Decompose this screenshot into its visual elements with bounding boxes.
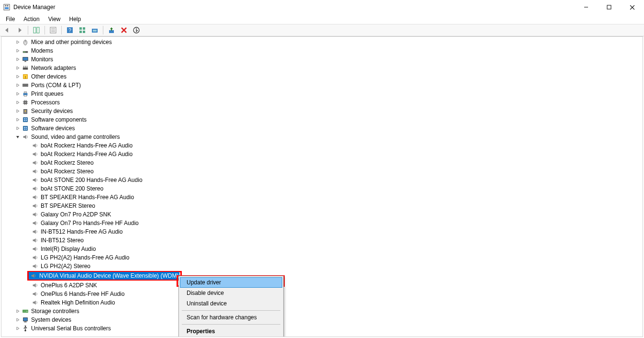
- device-row[interactable]: boAt Rockerz Stereo: [1, 158, 643, 167]
- chevron-right-icon[interactable]: [15, 48, 21, 54]
- category-row[interactable]: Software devices: [1, 124, 643, 133]
- close-button[interactable]: [625, 2, 639, 12]
- help-button[interactable]: ?: [65, 25, 75, 35]
- svg-rect-59: [24, 120, 25, 121]
- context-menu-item[interactable]: Disable device: [180, 288, 282, 298]
- category-row[interactable]: Software components: [1, 115, 643, 124]
- menu-view[interactable]: View: [44, 15, 65, 23]
- grid-view-button[interactable]: [77, 25, 88, 35]
- device-row-selected[interactable]: NVIDIA Virtual Audio Device (Wave Extens…: [1, 270, 643, 281]
- uninstall-button[interactable]: [119, 25, 129, 35]
- disable-button[interactable]: [131, 25, 142, 35]
- device-label: boAt Rockerz Hands-Free AG Audio: [41, 142, 133, 149]
- svg-rect-65: [26, 129, 27, 130]
- category-row[interactable]: Monitors: [1, 55, 643, 64]
- device-row[interactable]: BT SPEAKER Hands-Free AG Audio: [1, 193, 643, 202]
- chevron-down-icon[interactable]: [15, 134, 21, 140]
- category-label: Network adapters: [31, 65, 76, 71]
- device-label: boAt Rockerz Stereo: [41, 168, 94, 175]
- minimize-button[interactable]: [579, 2, 593, 12]
- device-row[interactable]: IN-BT512 Stereo: [1, 236, 643, 245]
- category-row[interactable]: Print queues: [1, 90, 643, 98]
- category-row[interactable]: Ports (COM & LPT): [1, 81, 643, 90]
- category-label: Processors: [31, 99, 60, 106]
- back-button[interactable]: [2, 25, 12, 35]
- category-row[interactable]: Security devices: [1, 107, 643, 115]
- device-row[interactable]: OnePlus 6 Hands-Free HF Audio: [1, 290, 643, 298]
- device-row[interactable]: Realtek High Definition Audio: [1, 298, 643, 307]
- device-row[interactable]: Galaxy On7 Pro A2DP SNK: [1, 210, 643, 219]
- svg-rect-43: [24, 95, 26, 97]
- context-menu-item[interactable]: Update driver: [180, 277, 282, 288]
- device-row[interactable]: OnePlus 6 A2DP SNK: [1, 281, 643, 290]
- device-row[interactable]: boAt Rockerz Hands-Free AG Audio: [1, 141, 643, 150]
- category-row[interactable]: Network adapters: [1, 64, 643, 72]
- svg-rect-68: [23, 318, 28, 321]
- svg-rect-28: [24, 52, 25, 53]
- chevron-right-icon[interactable]: [15, 125, 21, 131]
- usb-icon: [22, 325, 29, 332]
- scan-hardware-button[interactable]: [89, 25, 100, 35]
- category-label: System devices: [31, 316, 71, 323]
- show-hide-console-button[interactable]: [31, 25, 42, 35]
- menu-action[interactable]: Action: [20, 15, 43, 23]
- chevron-right-icon[interactable]: [15, 74, 21, 79]
- chevron-right-icon[interactable]: [15, 317, 21, 323]
- audio-icon: [30, 272, 37, 280]
- chevron-right-icon[interactable]: [15, 100, 21, 105]
- category-row[interactable]: Universal Serial Bus controllers: [1, 324, 643, 333]
- context-menu-item[interactable]: Properties: [180, 326, 282, 337]
- context-menu-item[interactable]: Uninstall device: [180, 298, 282, 309]
- category-row[interactable]: Modems: [1, 46, 643, 55]
- svg-rect-9: [37, 27, 39, 33]
- device-row[interactable]: boAt STONE 200 Stereo: [1, 184, 643, 193]
- chevron-right-icon[interactable]: [15, 326, 21, 331]
- category-label: Print queues: [31, 90, 63, 97]
- update-driver-button[interactable]: [106, 25, 117, 35]
- device-row[interactable]: BT SPEAKER Stereo: [1, 202, 643, 210]
- context-menu-item[interactable]: Scan for hardware changes: [180, 312, 282, 323]
- chevron-right-icon[interactable]: [15, 82, 21, 88]
- menu-help[interactable]: Help: [66, 15, 85, 23]
- chevron-right-icon[interactable]: [15, 39, 21, 45]
- context-menu-separator: [182, 310, 280, 311]
- device-row[interactable]: LG PH2(A2) Stereo: [1, 262, 643, 270]
- chevron-right-icon[interactable]: [15, 56, 21, 62]
- category-row[interactable]: Storage controllers: [1, 307, 643, 315]
- device-row[interactable]: boAt Rockerz Stereo: [1, 167, 643, 176]
- category-row[interactable]: System devices: [1, 315, 643, 324]
- audio-icon: [31, 185, 39, 192]
- device-row[interactable]: boAt STONE 200 Hands-Free AG Audio: [1, 176, 643, 184]
- software-icon: [22, 124, 29, 132]
- device-row[interactable]: IN-BT512 Hands-Free AG Audio: [1, 227, 643, 236]
- category-row-expanded[interactable]: Sound, video and game controllers: [1, 133, 643, 141]
- category-label: Storage controllers: [31, 308, 79, 315]
- chevron-right-icon[interactable]: [15, 108, 21, 114]
- device-tree[interactable]: Mice and other pointing devices Modems M…: [1, 36, 643, 337]
- device-label: OnePlus 6 A2DP SNK: [41, 282, 97, 289]
- category-label: Modems: [31, 47, 53, 54]
- chevron-right-icon[interactable]: [15, 65, 21, 71]
- category-row[interactable]: Processors: [1, 98, 643, 107]
- category-label: Sound, video and game controllers: [31, 134, 120, 140]
- properties-button[interactable]: [48, 25, 58, 35]
- device-row[interactable]: boAt Rockerz Hands-Free AG Audio: [1, 150, 643, 158]
- maximize-button[interactable]: [602, 2, 616, 12]
- svg-rect-45: [24, 101, 26, 103]
- category-row[interactable]: ! Other devices: [1, 72, 643, 81]
- svg-rect-60: [26, 120, 27, 121]
- menu-file[interactable]: File: [2, 15, 19, 23]
- storage-icon: [22, 307, 29, 315]
- category-row[interactable]: Mice and other pointing devices: [1, 38, 643, 46]
- device-row[interactable]: Galaxy On7 Pro Hands-Free HF Audio: [1, 219, 643, 227]
- chevron-right-icon[interactable]: [15, 117, 21, 123]
- svg-rect-61: [23, 126, 28, 131]
- audio-icon: [31, 299, 39, 306]
- forward-button[interactable]: [14, 25, 25, 35]
- device-row[interactable]: Intel(R) Display Audio: [1, 245, 643, 253]
- titlebar: Device Manager: [0, 0, 644, 14]
- device-row[interactable]: LG PH2(A2) Hands-Free AG Audio: [1, 253, 643, 262]
- chevron-right-icon[interactable]: [15, 91, 21, 97]
- window-title: Device Manager: [13, 4, 55, 11]
- chevron-right-icon[interactable]: [15, 308, 21, 314]
